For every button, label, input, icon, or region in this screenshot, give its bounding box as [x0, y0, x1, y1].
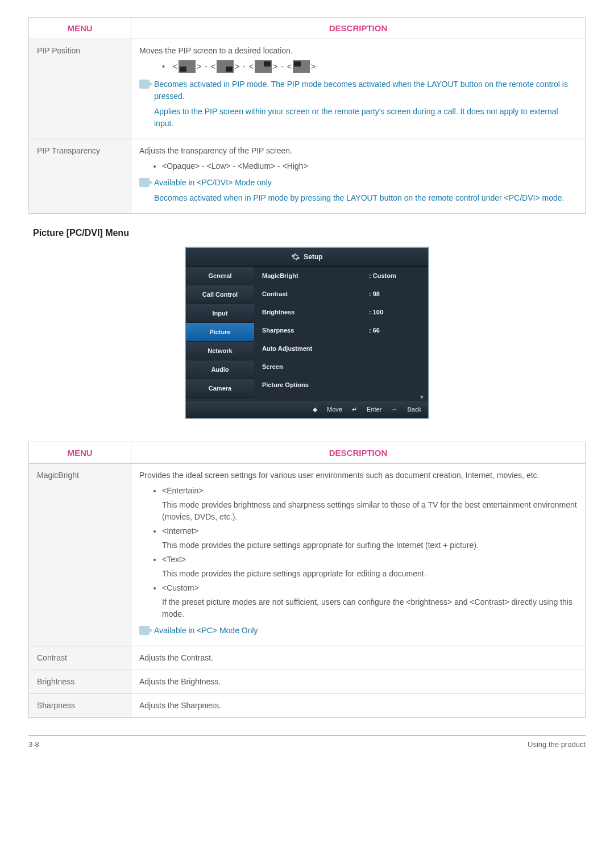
list-item: <Entertain>This mode provides brightness…: [162, 485, 577, 523]
scroll-down-icon: ▼: [254, 394, 428, 401]
osd-setting-label: Brightness: [262, 309, 369, 315]
note-text: Applies to the PIP screen within your sc…: [139, 106, 577, 130]
table-row: MagicBright Provides the ideal screen se…: [29, 464, 586, 646]
gear-icon: [291, 252, 300, 261]
osd-setting-value: : 66: [369, 327, 420, 334]
osd-setting-row: Brightness: 100: [254, 303, 428, 321]
list-item: <Text>This mode provides the picture set…: [162, 554, 577, 580]
osd-setting-value: : 100: [369, 309, 420, 315]
menu-name: Contrast: [29, 646, 131, 670]
table-row: PIP Position Moves the PIP screen to a d…: [29, 39, 586, 139]
osd-setting-value: [369, 345, 420, 352]
mode-desc: If the preset picture modes are not suff…: [162, 596, 577, 620]
osd-setting-label: Auto Adjustment: [262, 345, 369, 352]
pip-position-icons: • <> - <> - <> - <>: [162, 60, 577, 73]
osd-setting-value: : 98: [369, 290, 420, 297]
osd-setting-row: MagicBright: Custom: [254, 267, 428, 285]
menu-desc: Provides the ideal screen settngs for va…: [131, 464, 586, 646]
osd-setting-label: Sharpness: [262, 327, 369, 334]
menu-desc: Moves the PIP screen to a desired locati…: [131, 39, 586, 139]
note-text: Available in <PC/DVI> Mode only: [139, 177, 577, 189]
table-row: Contrast Adjusts the Contrast.: [29, 646, 586, 670]
pip-pos-top-left-icon: [293, 60, 310, 73]
intro-text: Adjusts the transparency of the PIP scre…: [139, 145, 577, 157]
modes-list: <Entertain>This mode provides brightness…: [162, 485, 577, 620]
col-header-menu: MENU: [29, 18, 131, 39]
osd-setting-value: : Custom: [369, 272, 420, 279]
osd-setting-row: Picture Options: [254, 376, 428, 394]
osd-sidebar: GeneralCall ControlInputPictureNetworkAu…: [186, 267, 254, 401]
pip-pos-bottom-right-icon: [217, 60, 234, 73]
note-icon: [139, 178, 150, 187]
osd-sidebar-item: Call Control: [186, 285, 254, 304]
osd-sidebar-item: Network: [186, 342, 254, 360]
osd-setting-value: [369, 363, 420, 370]
osd-hint-move: ◆ Move: [313, 406, 342, 413]
col-header-menu: MENU: [29, 442, 131, 464]
note-icon: [139, 626, 150, 635]
options-list: <Opaque> - <Low> - <Medium> - <High>: [162, 160, 577, 172]
intro-text: Moves the PIP screen to a desired locati…: [139, 45, 577, 57]
osd-sidebar-item: Audio: [186, 360, 254, 379]
osd-hint-enter: ↵ Enter: [352, 406, 381, 413]
pip-pos-bottom-left-icon: [179, 60, 196, 73]
osd-setting-row: Sharpness: 66: [254, 321, 428, 339]
list-item: <Internet>This mode provides the picture…: [162, 525, 577, 551]
note-text: Becomes activated when in PIP mode by pr…: [139, 192, 577, 204]
col-header-desc: DESCRIPTION: [131, 442, 586, 464]
osd-sidebar-item: Camera: [186, 379, 254, 398]
menu-desc: Adjusts the Brightness.: [131, 670, 586, 694]
menu-name: PIP Position: [29, 39, 131, 139]
menu-desc: Adjusts the Contrast.: [131, 646, 586, 670]
osd-main-panel: MagicBright: CustomContrast: 98Brightnes…: [254, 267, 428, 401]
list-item: <Opaque> - <Low> - <Medium> - <High>: [162, 160, 577, 172]
mode-desc: This mode provides the picture settings …: [162, 568, 577, 580]
table-row: PIP Transparency Adjusts the transparenc…: [29, 139, 586, 214]
osd-sidebar-item: General: [186, 267, 254, 285]
osd-sidebar-item: Input: [186, 304, 254, 323]
osd-setting-label: MagicBright: [262, 272, 369, 279]
table-row: Brightness Adjusts the Brightness.: [29, 670, 586, 694]
osd-panel: Setup GeneralCall ControlInputPictureNet…: [185, 247, 429, 419]
pip-pos-top-right-icon: [255, 60, 272, 73]
col-header-desc: DESCRIPTION: [131, 18, 586, 39]
osd-setting-label: Screen: [262, 363, 369, 370]
menu-name: PIP Transparency: [29, 139, 131, 214]
osd-setting-row: Auto Adjustment: [254, 339, 428, 358]
osd-setting-row: Contrast: 98: [254, 285, 428, 303]
menu-desc: Adjusts the Sharpness.: [131, 694, 586, 718]
intro-text: Provides the ideal screen settngs for va…: [139, 470, 577, 481]
osd-setting-label: Contrast: [262, 290, 369, 297]
osd-title-label: Setup: [304, 253, 322, 261]
page-section-label: Using the product: [528, 740, 586, 749]
note-icon: [139, 80, 150, 89]
section-heading: Picture [PC/DVI] Menu: [33, 228, 586, 238]
note-text: Available in <PC> Mode Only: [139, 625, 577, 637]
menu-desc: Adjusts the transparency of the PIP scre…: [131, 139, 586, 214]
table-row: Sharpness Adjusts the Sharpness.: [29, 694, 586, 718]
osd-sidebar-item: Picture: [186, 323, 254, 342]
page-number: 3-8: [28, 740, 39, 749]
osd-setting-value: [369, 381, 420, 388]
menu-name: Brightness: [29, 670, 131, 694]
osd-setting-row: Screen: [254, 358, 428, 376]
menu-name: Sharpness: [29, 694, 131, 718]
page-footer: 3-8 Using the product: [28, 735, 586, 749]
mode-title: <Text>: [162, 555, 186, 564]
mode-title: <Internet>: [162, 526, 198, 535]
menu-name: MagicBright: [29, 464, 131, 646]
pip-description-table: MENU DESCRIPTION PIP Position Moves the …: [28, 17, 586, 214]
osd-footer: ◆ Move ↵ Enter ← Back: [186, 401, 428, 418]
mode-desc: This mode provides the picture settings …: [162, 539, 577, 551]
picture-description-table: MENU DESCRIPTION MagicBright Provides th…: [28, 442, 586, 718]
mode-title: <Entertain>: [162, 486, 203, 495]
list-item: <Custom>If the preset picture modes are …: [162, 582, 577, 620]
mode-desc: This mode provides brightness and sharpn…: [162, 499, 577, 523]
note-text: Becomes activated in PIP mode. The PIP m…: [139, 78, 577, 102]
osd-screenshot: Setup GeneralCall ControlInputPictureNet…: [28, 247, 586, 419]
osd-hint-back: ← Back: [391, 406, 421, 413]
osd-setting-label: Picture Options: [262, 381, 369, 388]
osd-title-bar: Setup: [186, 248, 428, 267]
mode-title: <Custom>: [162, 583, 199, 592]
